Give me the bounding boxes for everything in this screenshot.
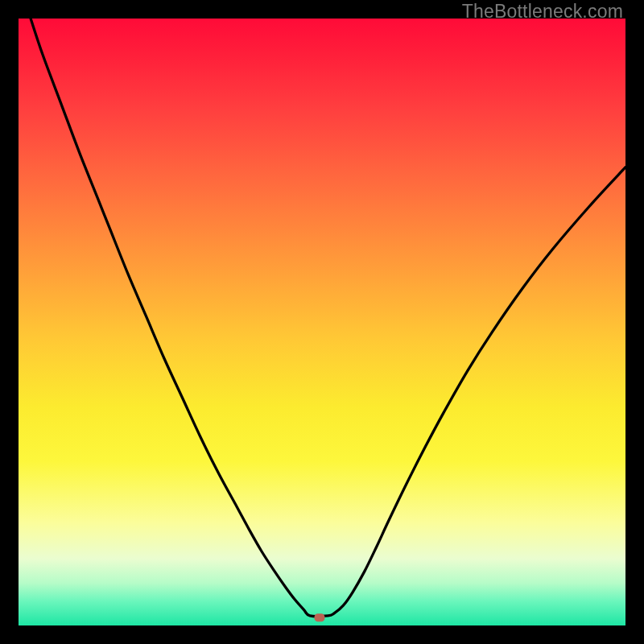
optimum-marker [314, 613, 324, 621]
chart-svg [19, 19, 625, 625]
bottleneck-curve [31, 19, 625, 617]
watermark-text: TheBottleneck.com [462, 1, 623, 23]
chart-area [19, 19, 625, 625]
